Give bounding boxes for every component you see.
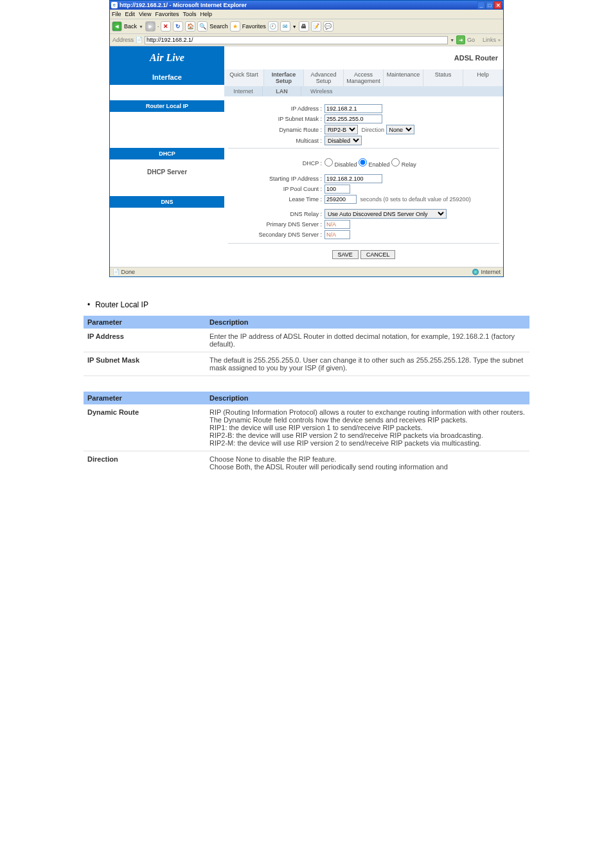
dhcp-server-label: DHCP Server [110,159,224,185]
minimize-button[interactable]: _ [477,1,485,9]
menu-help[interactable]: Help [200,11,212,17]
refresh-button[interactable]: ↻ [173,21,183,32]
cancel-button[interactable]: CANCEL [360,250,396,259]
lease-time-label: Lease Time : [228,196,324,203]
statusbar: 📄 Done Internet [110,267,503,276]
home-button[interactable]: 🏠 [185,21,195,32]
dhcp-label: DHCP : [228,160,324,167]
maximize-button[interactable]: □ [486,1,493,9]
brand-logo: Air Live [110,46,224,69]
menu-edit[interactable]: Edit [125,11,136,17]
addressbar: Address 📄 ▼ ➜ Go Links » [110,34,503,46]
secondary-dns-label: Secondary DNS Server : [228,231,324,238]
table-cell: Enter the IP address of ADSL Router in d… [206,329,529,352]
dhcp-relay-radio[interactable]: Relay [391,161,416,168]
tab-help[interactable]: Help [463,69,503,86]
table-cell: Dynamic Route [84,404,206,451]
left-heading: Interface [110,69,224,85]
doc-table-1: ParameterDescription IP AddressEnter the… [84,316,529,376]
subtab-wireless[interactable]: Wireless [301,86,503,96]
primary-dns-input[interactable] [324,220,350,229]
table-cell: Direction [84,451,206,475]
menu-view[interactable]: View [139,11,151,17]
pool-count-input[interactable] [324,185,350,194]
pool-count-label: IP Pool Count : [228,186,324,192]
forward-button[interactable]: ► [145,21,155,32]
search-label[interactable]: Search [209,23,228,30]
menu-file[interactable]: File [112,11,121,17]
search-icon[interactable]: 🔍 [197,21,208,32]
lease-time-input[interactable] [324,195,357,204]
dns-relay-select[interactable]: Use Auto Discovered DNS Server Only [324,209,447,219]
table-cell: RIP (Routing Information Protocol) allow… [206,404,529,451]
print-icon[interactable]: 🖶 [299,21,309,32]
back-button[interactable]: ◄ [112,21,122,32]
section-dns: DNS [110,196,224,208]
titlebar: e http://192.168.2.1/ - Microsoft Intern… [110,1,503,10]
doc-bullet: Router Local IP [87,300,529,309]
ie-icon: e [111,2,118,8]
menu-tools[interactable]: Tools [182,11,196,17]
dhcp-enabled-radio[interactable]: Enabled [359,161,390,168]
tab-quick-start[interactable]: Quick Start [224,69,264,86]
table-cell: IP Address [84,329,206,352]
table-cell: IP Subnet Mask [84,352,206,376]
tab-status[interactable]: Status [423,69,463,86]
save-button[interactable]: SAVE [332,250,359,259]
tab-interface-setup[interactable]: Interface Setup [264,69,304,86]
favorites-label[interactable]: Favorites [242,23,266,30]
ip-address-input[interactable] [324,104,382,113]
address-input[interactable] [145,36,448,44]
tab-maintenance[interactable]: Maintenance [384,69,423,86]
history-icon[interactable]: 🕘 [268,21,278,32]
table-header: Description [206,316,529,329]
doc-table-2: ParameterDescription Dynamic RouteRIP (R… [84,392,529,475]
direction-select[interactable]: None [386,125,414,134]
done-icon: 📄 [112,269,120,275]
start-ip-input[interactable] [324,174,382,183]
subnet-mask-label: IP Subnet Mask : [228,116,324,122]
multicast-label: Multicast : [228,138,324,144]
section-dhcp: DHCP [110,148,224,159]
internet-icon [472,269,479,275]
address-label: Address [112,37,134,43]
table-header: Parameter [84,316,206,329]
dynamic-route-label: Dynamic Route : [228,127,324,133]
subnet-mask-input[interactable] [324,114,382,123]
favorites-icon[interactable]: ★ [230,21,240,32]
back-label: Back [124,23,137,30]
url-icon: 📄 [136,37,143,43]
lease-hint: seconds (0 sets to default value of 2592… [360,196,471,203]
discuss-icon[interactable]: 💬 [323,21,333,32]
dynamic-route-select[interactable]: RIP2-B [324,125,358,134]
secondary-dns-input[interactable] [324,230,350,239]
product-name: ADSL Router [224,54,503,62]
subtab-lan[interactable]: LAN [263,86,301,96]
menubar: File Edit View Favorites Tools Help [110,10,503,19]
menu-favorites[interactable]: Favorites [155,11,179,17]
stop-button[interactable]: ✕ [161,21,171,32]
dns-relay-label: DNS Relay : [228,211,324,217]
dhcp-disabled-radio[interactable]: Disabled [324,161,357,168]
go-button[interactable]: ➜ [456,35,465,44]
mail-icon[interactable]: ✉ [280,21,290,32]
toolbar: ◄ Back ▼ ► · ✕ ↻ 🏠 🔍 Search ★ Favorites … [110,19,503,34]
go-label: Go [467,37,475,43]
tab-access-management[interactable]: Access Management [344,69,384,86]
status-text: Done [121,269,136,275]
primary-dns-label: Primary DNS Server : [228,221,324,228]
close-button[interactable]: ✕ [494,1,502,9]
start-ip-label: Starting IP Address : [228,176,324,182]
subtab-internet[interactable]: Internet [224,86,263,96]
table-header: Parameter [84,392,206,404]
table-cell: Choose None to disable the RIP feature. … [206,451,529,475]
direction-label: Direction [362,127,385,133]
section-router-local-ip: Router Local IP [110,100,224,112]
tab-advanced-setup[interactable]: Advanced Setup [304,69,344,86]
links-label[interactable]: Links [483,37,496,43]
edit-icon[interactable]: 📝 [311,21,321,32]
zone-label: Internet [481,269,501,275]
multicast-select[interactable]: Disabled [324,136,362,145]
table-header: Description [206,392,529,404]
window-title: http://192.168.2.1/ - Microsoft Internet… [120,2,477,8]
